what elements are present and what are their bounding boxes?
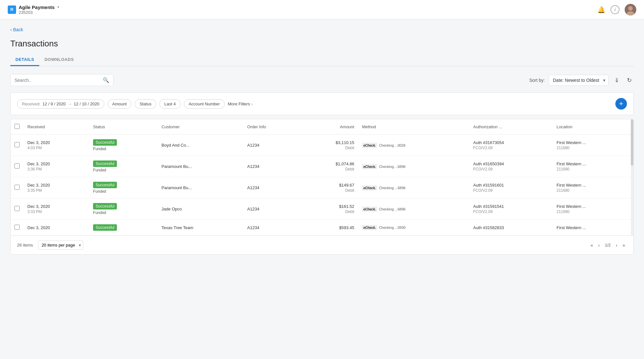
filter-last4[interactable]: Last 4	[159, 99, 180, 109]
sort-label: Sort by:	[529, 78, 545, 83]
brand-id: 235203	[19, 10, 59, 15]
avatar[interactable]	[625, 4, 636, 15]
row-customer: Paramount Bu...	[158, 177, 243, 199]
brand-chevron-icon[interactable]: ▾	[57, 5, 59, 9]
header-checkbox-col	[11, 119, 24, 135]
filter-received-date[interactable]: Received: 12 / 9 / 2020 → 12 / 10 / 2020	[17, 99, 104, 109]
more-filters-label: More Filters	[228, 102, 250, 106]
last-page-button[interactable]: »	[620, 241, 627, 249]
row-order: A1234	[243, 220, 301, 236]
row-checkbox-0[interactable]	[14, 142, 20, 147]
refresh-icon-button[interactable]: ↻	[625, 75, 634, 86]
row-amount: $593.45	[301, 220, 358, 236]
page-title: Transactions	[10, 39, 634, 49]
row-received: Dec 3, 2020 3:36 PM	[24, 156, 89, 177]
table-row[interactable]: Dec 3, 2020 4:03 PM Successful Funded Bo…	[11, 135, 633, 156]
row-location: First Western ... 211680	[553, 199, 634, 220]
search-input[interactable]	[14, 78, 103, 83]
row-amount: $1,074.86 Debit	[301, 156, 358, 177]
table-row[interactable]: Dec 3, 2020 3:33 PM Successful Funded Ja…	[11, 199, 633, 220]
filter-status[interactable]: Status	[135, 99, 156, 109]
row-checkbox-cell	[11, 156, 24, 177]
filter-account-number[interactable]: Account Number	[184, 99, 225, 109]
table-row[interactable]: Dec 3, 2020 3:36 PM Successful Funded Pa…	[11, 156, 633, 177]
date-to: 12 / 10 / 2020	[74, 102, 99, 106]
row-customer: Boyd And Co...	[158, 135, 243, 156]
tabs-bar: DETAILS DOWNLOADS	[10, 54, 634, 66]
row-auth: Auth #31673054 FCO/V2.09	[469, 135, 553, 156]
header-customer: Customer	[158, 119, 243, 135]
row-auth: Auth #31582833	[469, 220, 553, 236]
row-auth: Auth #31591541 FCO/V2.09	[469, 199, 553, 220]
date-arrow-icon: →	[68, 102, 72, 106]
row-order: A1234	[243, 177, 301, 199]
table-row[interactable]: Dec 3, 2020 Successful Texas Tree Team A…	[11, 220, 633, 236]
table-row[interactable]: Dec 3, 2020 3:35 PM Successful Funded Pa…	[11, 177, 633, 199]
per-page-wrapper: 20 items per page 10 items per page 50 i…	[38, 240, 83, 250]
row-amount: $3,110.15 Debit	[301, 135, 358, 156]
prev-page-button[interactable]: ‹	[596, 241, 602, 249]
row-customer: Paramount Bu...	[158, 156, 243, 177]
select-all-checkbox[interactable]	[14, 124, 20, 129]
main-content: ‹ Back Transactions DETAILS DOWNLOADS 🔍 …	[0, 19, 644, 262]
page-info: 1/2	[603, 243, 612, 247]
first-page-button[interactable]: «	[589, 241, 595, 249]
search-box[interactable]: 🔍	[10, 74, 113, 86]
row-received: Dec 3, 2020 3:35 PM	[24, 177, 89, 199]
tab-downloads[interactable]: DOWNLOADS	[39, 54, 79, 66]
svg-point-1	[628, 6, 633, 11]
table-header: Received Status Customer Order Info Amou…	[11, 119, 633, 135]
row-location: First Western ...	[553, 220, 634, 236]
filter-amount[interactable]: Amount	[108, 99, 132, 109]
row-checkbox-cell	[11, 135, 24, 156]
transactions-table-container: Received Status Customer Order Info Amou…	[10, 119, 634, 255]
row-method: eCheck. Checking ...6896	[358, 199, 469, 220]
sort-controls: Sort by: Date: Newest to Oldest Date: Ol…	[529, 75, 634, 86]
row-checkbox-cell	[11, 199, 24, 220]
received-label: Received:	[22, 102, 41, 106]
per-page-select[interactable]: 20 items per page 10 items per page 50 i…	[38, 240, 83, 250]
row-checkbox-cell	[11, 220, 24, 236]
row-checkbox-1[interactable]	[14, 163, 20, 169]
header-status: Status	[89, 119, 158, 135]
notification-bell-icon[interactable]: 🔔	[597, 6, 605, 14]
row-method: eCheck. Checking ...6896	[358, 156, 469, 177]
row-received: Dec 3, 2020 3:33 PM	[24, 199, 89, 220]
row-location: First Western ... 211680	[553, 156, 634, 177]
header-order-info: Order Info	[243, 119, 301, 135]
row-checkbox-3[interactable]	[14, 206, 20, 211]
row-received: Dec 3, 2020 4:03 PM	[24, 135, 89, 156]
row-auth: Auth #31591601 FCO/V2.09	[469, 177, 553, 199]
transactions-table: Received Status Customer Order Info Amou…	[11, 119, 633, 236]
info-icon[interactable]: i	[611, 5, 620, 14]
filters-container: Received: 12 / 9 / 2020 → 12 / 10 / 2020…	[10, 92, 634, 115]
header-authorization: Authorization ...	[469, 119, 553, 135]
back-link[interactable]: ‹ Back	[10, 27, 634, 32]
next-page-button[interactable]: ›	[614, 241, 620, 249]
add-filter-button[interactable]: +	[615, 98, 627, 110]
back-chevron-icon: ‹	[10, 27, 12, 32]
row-checkbox-4[interactable]	[14, 225, 20, 230]
row-order: A1234	[243, 199, 301, 220]
header: R Agile Payments ▾ 235203 🔔 i	[0, 0, 644, 19]
scrollbar-thumb[interactable]	[631, 119, 633, 166]
pagination: « ‹ 1/2 › »	[589, 241, 627, 249]
header-amount: Amount	[301, 119, 358, 135]
more-filters-button[interactable]: More Filters ›	[228, 102, 253, 106]
download-icon-button[interactable]: ⇓	[612, 75, 621, 86]
row-customer: Texas Tree Team	[158, 220, 243, 236]
row-method: eCheck. Checking ...0930	[358, 220, 469, 236]
items-count: 26 items	[17, 243, 33, 247]
row-checkbox-2[interactable]	[14, 185, 20, 190]
row-status: Successful Funded	[89, 199, 158, 220]
sort-select[interactable]: Date: Newest to Oldest Date: Oldest to N…	[549, 75, 609, 86]
table-body: Dec 3, 2020 4:03 PM Successful Funded Bo…	[11, 135, 633, 236]
scrollbar-track[interactable]	[631, 119, 633, 236]
table-footer: 26 items 20 items per page 10 items per …	[11, 236, 633, 254]
sort-wrapper: Date: Newest to Oldest Date: Oldest to N…	[549, 75, 609, 86]
row-location: First Western ... 211680	[553, 177, 634, 199]
brand-section: R Agile Payments ▾ 235203	[8, 5, 597, 15]
back-label: Back	[13, 27, 23, 32]
brand-name: Agile Payments	[19, 5, 55, 10]
tab-details[interactable]: DETAILS	[10, 54, 39, 66]
